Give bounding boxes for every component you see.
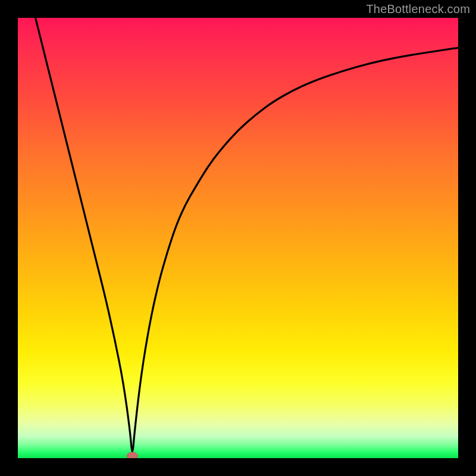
bottleneck-curve — [36, 18, 458, 452]
curve-layer — [18, 18, 458, 458]
watermark: TheBottleneck.com — [366, 2, 470, 16]
plot-area — [18, 18, 458, 458]
minimum-marker — [127, 452, 137, 458]
chart-viewport: TheBottleneck.com — [0, 0, 476, 476]
